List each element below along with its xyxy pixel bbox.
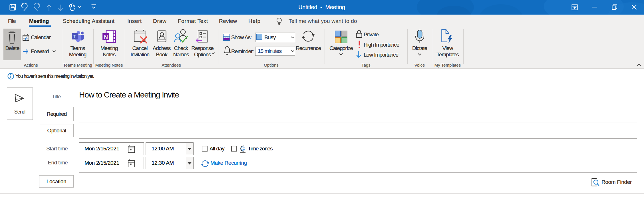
svg-text:T: T (73, 34, 77, 39)
svg-text:N: N (104, 34, 108, 40)
